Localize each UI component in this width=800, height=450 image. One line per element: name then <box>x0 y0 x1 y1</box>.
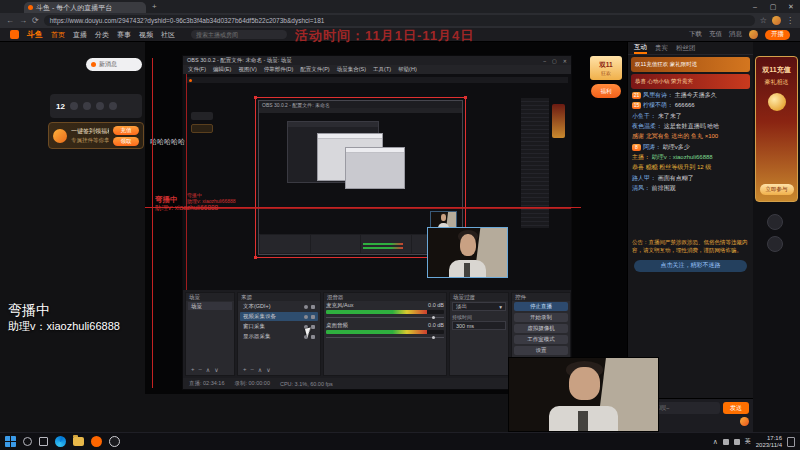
forward-icon[interactable]: → <box>19 16 27 25</box>
lock-icon[interactable] <box>311 315 315 319</box>
chat-user[interactable]: 风里有诗： <box>643 92 673 98</box>
transition-select[interactable]: 淡出▾ <box>452 302 506 311</box>
browser-menu-icon[interactable]: ⋮ <box>786 16 794 25</box>
nav-esports[interactable]: 赛事 <box>117 30 131 40</box>
stream-player[interactable]: 哈哈哈哈哈 OBS 30.0.2 - 配置文件: 未命名 - 场景: 场景 – … <box>145 42 627 394</box>
volume-icon[interactable] <box>734 439 740 445</box>
visibility-icon[interactable] <box>304 305 308 309</box>
remove-scene-button[interactable]: – <box>199 366 202 373</box>
notification-center-icon[interactable] <box>787 437 795 447</box>
rank-icon[interactable] <box>109 102 117 110</box>
settings-button[interactable]: 设置 <box>514 346 568 355</box>
chat-user[interactable]: 路人甲： <box>632 175 656 181</box>
file-explorer-icon[interactable] <box>73 437 84 446</box>
nav-live[interactable]: 直播 <box>73 30 87 40</box>
user-avatar[interactable] <box>749 30 758 39</box>
treasure-chest-icon[interactable] <box>767 214 783 230</box>
douyu-logo-text[interactable]: 斗鱼 <box>27 29 43 40</box>
recharge-button[interactable]: 充值 <box>113 126 139 135</box>
scene-up-button[interactable]: ∧ <box>206 366 210 373</box>
duration-input[interactable]: 300 ms <box>452 321 506 330</box>
join-event-button[interactable]: 立即参与 <box>760 184 794 195</box>
new-tab-button[interactable]: + <box>152 0 157 13</box>
browser-profile-avatar[interactable] <box>772 16 781 25</box>
start-live-button[interactable]: 开播 <box>765 30 790 40</box>
close-button[interactable]: ✕ <box>782 3 800 11</box>
selection-handle[interactable] <box>254 96 257 99</box>
back-icon[interactable]: ← <box>6 16 14 25</box>
selection-handle[interactable] <box>464 96 467 99</box>
volume-slider[interactable] <box>326 335 444 339</box>
network-icon[interactable] <box>723 439 729 445</box>
reload-icon[interactable]: ⟳ <box>32 16 39 25</box>
notice-tooltip[interactable]: 新消息 <box>86 58 142 71</box>
user-level-card[interactable]: 12 <box>50 94 142 118</box>
event-banner[interactable]: 双11充值 豪礼相送 立即参与 <box>755 56 798 202</box>
douyu-logo-icon[interactable] <box>10 30 19 39</box>
source-up-button[interactable]: ∧ <box>258 366 262 373</box>
douyu-app-icon[interactable] <box>91 436 102 447</box>
tray-expand-icon[interactable]: ∧ <box>713 438 718 446</box>
send-button[interactable]: 发送 <box>723 402 749 414</box>
task-icon[interactable] <box>70 102 78 110</box>
volume-slider[interactable] <box>326 315 444 319</box>
streamer-webcam-source[interactable] <box>427 227 508 278</box>
chat-message-list[interactable]: 21风里有诗： 主播今天播多久 15柠檬不萌： 666666 小鱼干： 来了来了… <box>628 89 753 237</box>
event-pendant[interactable]: 双11 狂欢 <box>590 56 622 80</box>
nav-video[interactable]: 视频 <box>139 30 153 40</box>
scene-down-button[interactable]: ∨ <box>214 366 218 373</box>
start-recording-button[interactable]: 开始录制 <box>514 313 568 322</box>
backpack-icon[interactable] <box>83 102 91 110</box>
follow-button[interactable]: 点击关注，精彩不迷路 <box>634 260 747 272</box>
ime-language-indicator[interactable]: 英 <box>745 437 751 446</box>
chat-user[interactable]: 清风： <box>632 185 650 191</box>
bonus-pendant[interactable]: 福利 <box>591 84 621 98</box>
tab-interaction[interactable]: 互动 <box>634 42 647 54</box>
minimize-button[interactable]: – <box>746 3 764 10</box>
taskbar-clock[interactable]: 17:16 2023/11/4 <box>756 435 782 449</box>
nav-community[interactable]: 社区 <box>161 30 175 40</box>
add-scene-button[interactable]: + <box>191 366 195 373</box>
lock-icon[interactable] <box>311 325 315 329</box>
signin-promo-card[interactable]: 一键签到领福利! 专属挂件等你拿 充值 领取 <box>48 122 144 149</box>
task-entry-icon[interactable] <box>767 236 783 252</box>
gift-icon[interactable] <box>740 417 749 426</box>
chat-user[interactable]: 柠檬不萌： <box>643 102 673 108</box>
stop-streaming-button[interactable]: 停止直播 <box>514 302 568 311</box>
nav-home[interactable]: 首页 <box>51 30 65 40</box>
weekly-star-icon[interactable] <box>96 102 104 110</box>
source-down-button[interactable]: ∨ <box>266 366 270 373</box>
maximize-button[interactable]: ▢ <box>764 3 782 11</box>
vip-banner[interactable]: 恭喜 心动小钻 荣升贵宾 <box>631 74 750 89</box>
remove-source-button[interactable]: – <box>251 366 254 373</box>
download-link[interactable]: 下载 <box>689 30 702 39</box>
claim-button[interactable]: 领取 <box>113 137 139 146</box>
source-row-camera[interactable]: 视频采集设备 <box>240 312 318 321</box>
tab-vip[interactable]: 贵宾 <box>655 44 668 53</box>
tab-fanclub[interactable]: 粉丝团 <box>676 44 696 53</box>
recharge-banner[interactable]: 双11充值狂欢 豪礼限时送 <box>631 57 750 72</box>
start-button-icon[interactable] <box>5 436 16 447</box>
chat-user[interactable]: 夜色温柔： <box>632 123 662 129</box>
chat-user[interactable]: 小鱼干： <box>632 113 656 119</box>
studio-mode-button[interactable]: 工作室模式 <box>514 335 568 344</box>
message-link[interactable]: 消息 <box>729 30 742 39</box>
browser-tab[interactable]: 斗鱼 - 每个人的直播平台 <box>24 2 146 13</box>
nav-category[interactable]: 分类 <box>95 30 109 40</box>
visibility-icon[interactable] <box>304 315 308 319</box>
edge-browser-icon[interactable] <box>55 436 66 447</box>
url-field[interactable]: https://www.douyu.com/2947432?dyshid=0-9… <box>44 15 755 26</box>
bookmark-star-icon[interactable]: ☆ <box>760 16 767 25</box>
virtual-camera-button[interactable]: 虚拟摄像机 <box>514 324 568 333</box>
taskbar-search-icon[interactable] <box>23 437 32 446</box>
header-search-input[interactable] <box>191 30 287 39</box>
chat-user[interactable]: 主播： <box>632 154 650 160</box>
scene-item[interactable]: 场景 <box>188 302 232 310</box>
task-view-icon[interactable] <box>39 437 48 446</box>
selection-handle[interactable] <box>254 256 257 259</box>
source-row-text[interactable]: 文本(GDI+) <box>240 302 318 311</box>
chat-user[interactable]: 阿涛： <box>643 144 661 150</box>
lock-icon[interactable] <box>311 305 315 309</box>
add-source-button[interactable]: + <box>243 366 247 373</box>
recharge-link[interactable]: 充值 <box>709 30 722 39</box>
